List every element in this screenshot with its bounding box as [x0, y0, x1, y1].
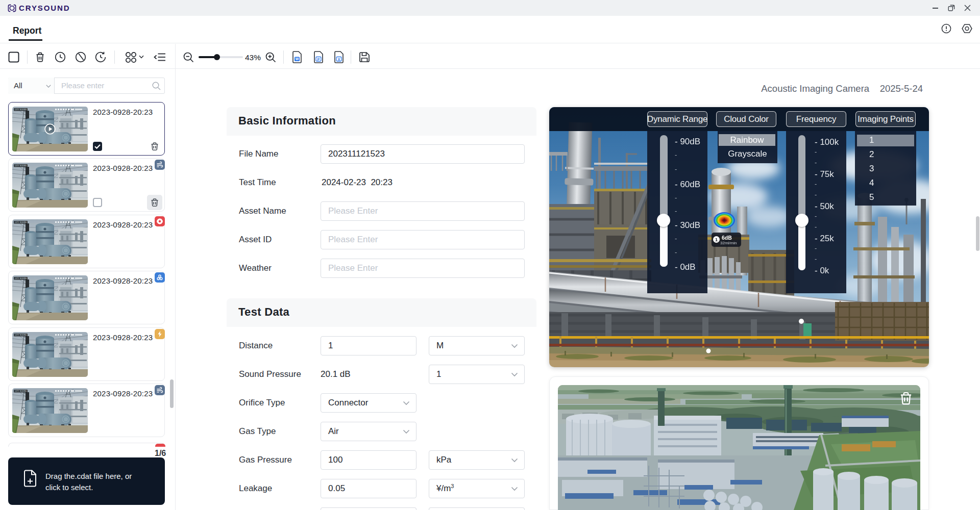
svg-text:X: X — [337, 57, 340, 62]
svg-text:W: W — [296, 57, 299, 61]
svg-text:P: P — [317, 57, 320, 62]
